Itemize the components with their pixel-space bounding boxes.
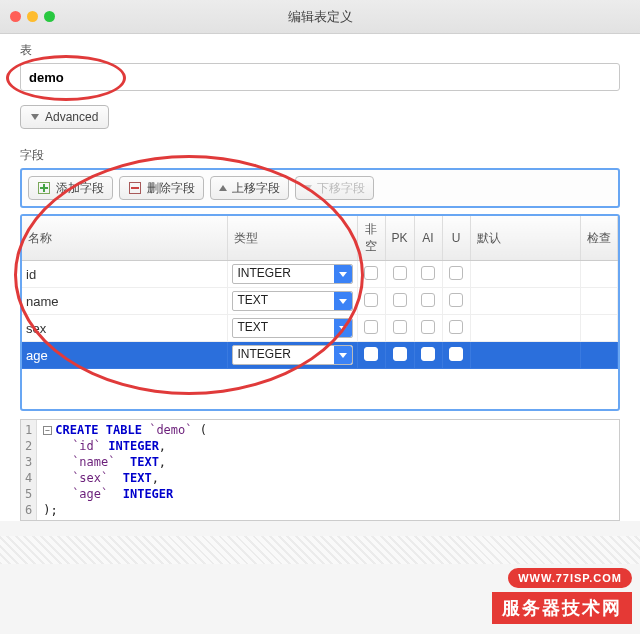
plus-icon <box>38 182 50 194</box>
cell-default[interactable] <box>470 261 580 288</box>
watermark-url: WWW.77ISP.COM <box>508 568 632 588</box>
sql-preview: 123456 −CREATE TABLE `demo` ( `id` INTEG… <box>20 419 620 521</box>
cell-default[interactable] <box>470 315 580 342</box>
triangle-up-icon <box>219 185 227 191</box>
col-u[interactable]: U <box>442 216 470 261</box>
triangle-down-icon <box>304 185 312 191</box>
cell-name[interactable]: sex <box>22 315 227 342</box>
notnull-checkbox[interactable] <box>364 320 378 334</box>
add-field-button[interactable]: 添加字段 <box>28 176 113 200</box>
table-name-input[interactable] <box>20 63 620 91</box>
col-name[interactable]: 名称 <box>22 216 227 261</box>
ai-checkbox[interactable] <box>421 266 435 280</box>
table-header-row: 名称 类型 非空 PK AI U 默认 检查 <box>22 216 618 261</box>
table-section-label: 表 <box>0 34 640 63</box>
notnull-checkbox[interactable] <box>364 266 378 280</box>
title-bar: 编辑表定义 <box>0 0 640 34</box>
line-gutter: 123456 <box>21 420 37 520</box>
fields-toolbar: 添加字段 删除字段 上移字段 下移字段 <box>20 168 620 208</box>
cell-type[interactable]: TEXT <box>227 288 357 315</box>
cell-default[interactable] <box>470 288 580 315</box>
watermark: WWW.77ISP.COM 服务器技术网 <box>492 568 632 624</box>
col-type[interactable]: 类型 <box>227 216 357 261</box>
move-up-button[interactable]: 上移字段 <box>210 176 289 200</box>
resize-grip-pattern <box>0 536 640 564</box>
col-pk[interactable]: PK <box>385 216 414 261</box>
chevron-down-icon[interactable] <box>334 292 352 310</box>
chevron-down-icon <box>31 114 39 120</box>
cell-check[interactable] <box>580 261 617 288</box>
pk-checkbox[interactable] <box>393 266 407 280</box>
window-title: 编辑表定义 <box>0 8 640 26</box>
cell-type[interactable]: INTEGER <box>227 261 357 288</box>
chevron-down-icon[interactable] <box>334 319 352 337</box>
type-combo[interactable]: INTEGER <box>232 345 353 365</box>
table-row[interactable]: idINTEGER <box>22 261 618 288</box>
advanced-label: Advanced <box>45 110 98 124</box>
cell-check[interactable] <box>580 288 617 315</box>
ai-checkbox[interactable] <box>421 320 435 334</box>
cell-check[interactable] <box>580 315 617 342</box>
notnull-checkbox[interactable] <box>364 347 378 361</box>
table-row[interactable]: sexTEXT <box>22 315 618 342</box>
cell-type[interactable]: TEXT <box>227 315 357 342</box>
cell-default[interactable] <box>470 342 580 369</box>
add-field-label: 添加字段 <box>56 180 104 197</box>
chevron-down-icon[interactable] <box>334 265 352 283</box>
advanced-toggle-button[interactable]: Advanced <box>20 105 109 129</box>
col-check[interactable]: 检查 <box>580 216 617 261</box>
ai-checkbox[interactable] <box>421 293 435 307</box>
table-row[interactable]: nameTEXT <box>22 288 618 315</box>
chevron-down-icon[interactable] <box>334 346 352 364</box>
pk-checkbox[interactable] <box>393 347 407 361</box>
cell-name[interactable]: age <box>22 342 227 369</box>
col-notnull[interactable]: 非空 <box>357 216 385 261</box>
col-ai[interactable]: AI <box>414 216 442 261</box>
sql-code[interactable]: −CREATE TABLE `demo` ( `id` INTEGER, `na… <box>37 420 213 520</box>
remove-field-label: 删除字段 <box>147 180 195 197</box>
cell-name[interactable]: name <box>22 288 227 315</box>
pk-checkbox[interactable] <box>393 293 407 307</box>
col-default[interactable]: 默认 <box>470 216 580 261</box>
u-checkbox[interactable] <box>449 320 463 334</box>
type-combo[interactable]: TEXT <box>232 291 353 311</box>
move-up-label: 上移字段 <box>232 180 280 197</box>
remove-field-button[interactable]: 删除字段 <box>119 176 204 200</box>
table-row[interactable]: ageINTEGER <box>22 342 618 369</box>
dialog-window: 编辑表定义 表 Advanced 字段 添加字段 删除字段 上移字段 <box>0 0 640 521</box>
cell-name[interactable]: id <box>22 261 227 288</box>
type-combo[interactable]: TEXT <box>232 318 353 338</box>
move-down-label: 下移字段 <box>317 180 365 197</box>
cell-check[interactable] <box>580 342 617 369</box>
ai-checkbox[interactable] <box>421 347 435 361</box>
u-checkbox[interactable] <box>449 293 463 307</box>
fields-table: 名称 类型 非空 PK AI U 默认 检查 idINTEGERnameTEXT… <box>20 214 620 411</box>
cell-type[interactable]: INTEGER <box>227 342 357 369</box>
watermark-text: 服务器技术网 <box>492 592 632 624</box>
notnull-checkbox[interactable] <box>364 293 378 307</box>
u-checkbox[interactable] <box>449 347 463 361</box>
type-combo[interactable]: INTEGER <box>232 264 353 284</box>
u-checkbox[interactable] <box>449 266 463 280</box>
move-down-button: 下移字段 <box>295 176 374 200</box>
pk-checkbox[interactable] <box>393 320 407 334</box>
minus-icon <box>129 182 141 194</box>
fields-section-label: 字段 <box>0 139 640 168</box>
